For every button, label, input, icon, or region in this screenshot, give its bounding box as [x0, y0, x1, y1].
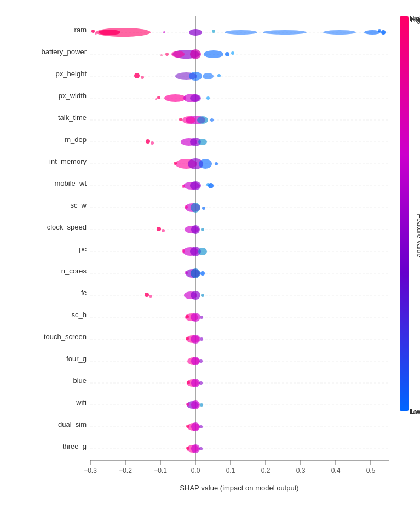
- feature-label-dual_sim: dual_sim: [58, 420, 87, 428]
- feature-label-three_g: three_g: [62, 442, 87, 450]
- svg-point-46: [190, 49, 201, 59]
- svg-point-128: [186, 425, 189, 428]
- svg-point-58: [217, 74, 221, 77]
- svg-point-70: [146, 139, 150, 144]
- svg-point-125: [186, 403, 189, 406]
- svg-point-69: [210, 118, 214, 122]
- svg-point-114: [186, 337, 189, 340]
- svg-point-34: [189, 29, 202, 36]
- feature-label-int_memory: int_memory: [49, 157, 87, 165]
- svg-point-105: [191, 291, 200, 300]
- svg-point-39: [91, 30, 95, 33]
- x-tick-label: 0.0: [191, 467, 200, 474]
- svg-point-121: [199, 381, 203, 385]
- svg-point-84: [182, 185, 185, 188]
- svg-point-133: [199, 447, 203, 450]
- feature-label-px_width: px_width: [59, 91, 87, 100]
- svg-point-74: [198, 139, 207, 145]
- svg-point-36: [263, 30, 307, 35]
- feature-label-four_g: four_g: [66, 354, 87, 363]
- svg-point-52: [171, 51, 185, 58]
- feature-label-blue: blue: [73, 376, 87, 385]
- x-tick-label: −0.2: [119, 467, 132, 474]
- feature-label-sc_w: sc_w: [70, 201, 87, 209]
- svg-point-71: [151, 141, 154, 145]
- feature-label-n_cores: n_cores: [61, 267, 87, 275]
- svg-point-42: [212, 30, 215, 33]
- svg-point-124: [200, 403, 203, 407]
- svg-point-37: [323, 30, 356, 35]
- svg-point-119: [191, 379, 200, 387]
- svg-point-50: [165, 53, 169, 56]
- svg-point-66: [182, 116, 195, 124]
- svg-point-81: [190, 181, 201, 190]
- svg-point-101: [200, 271, 205, 276]
- svg-point-33: [99, 30, 120, 35]
- svg-point-99: [191, 268, 200, 278]
- svg-point-120: [187, 381, 190, 384]
- svg-point-64: [206, 96, 210, 100]
- svg-point-109: [186, 315, 189, 318]
- svg-point-89: [157, 227, 161, 231]
- feature-label-sc_h: sc_h: [72, 311, 87, 319]
- svg-point-51: [160, 54, 163, 56]
- shap-chart: ram battery_power px_height px_width tal…: [0, 0, 420, 515]
- feature-label-pc: pc: [79, 245, 87, 253]
- feature-label-battery_power: battery_power: [42, 48, 87, 56]
- svg-point-132: [186, 447, 189, 450]
- x-tick-label: 0.3: [296, 467, 306, 474]
- svg-point-77: [199, 159, 212, 169]
- svg-point-79: [215, 162, 218, 165]
- svg-point-110: [200, 316, 203, 319]
- svg-point-62: [157, 96, 160, 99]
- svg-point-97: [182, 249, 185, 253]
- svg-point-47: [204, 50, 223, 58]
- svg-point-59: [164, 94, 186, 102]
- feature-label-ram: ram: [74, 26, 87, 34]
- colorbar: [400, 16, 409, 411]
- svg-point-49: [231, 52, 234, 55]
- svg-point-106: [201, 294, 204, 297]
- svg-point-92: [191, 225, 200, 234]
- svg-point-113: [200, 337, 203, 341]
- colorbar-low: Low: [411, 408, 420, 415]
- svg-point-35: [225, 30, 257, 35]
- svg-point-131: [191, 444, 200, 453]
- x-tick-label: 0.1: [226, 467, 235, 474]
- svg-point-44: [378, 29, 381, 32]
- x-tick-label: 0.4: [331, 467, 341, 474]
- svg-point-87: [185, 205, 188, 209]
- svg-point-48: [225, 52, 229, 56]
- svg-point-112: [191, 335, 200, 344]
- svg-point-63: [155, 98, 157, 100]
- svg-point-96: [198, 248, 207, 255]
- svg-point-67: [197, 116, 208, 124]
- x-tick-label: −0.3: [84, 467, 97, 474]
- svg-point-41: [163, 31, 165, 33]
- svg-point-127: [191, 422, 200, 431]
- svg-point-83: [206, 183, 210, 186]
- svg-point-123: [191, 400, 200, 409]
- feature-label-talk_time: talk_time: [58, 113, 87, 122]
- feature-label-m_dep: m_dep: [65, 135, 87, 144]
- feature-label-wifi: wifi: [76, 398, 87, 407]
- svg-point-54: [141, 76, 144, 79]
- svg-point-100: [185, 271, 188, 274]
- svg-point-102: [145, 293, 149, 297]
- feature-label-touch_screen: touch_screen: [44, 333, 87, 341]
- svg-point-90: [162, 229, 165, 232]
- svg-point-129: [199, 425, 203, 428]
- x-tick-label: 0.2: [261, 467, 271, 474]
- feature-label-clock_speed: clock_speed: [47, 223, 87, 231]
- svg-point-88: [202, 207, 205, 210]
- svg-point-57: [203, 73, 214, 79]
- feature-label-mobile_wt: mobile_wt: [54, 179, 87, 187]
- svg-point-68: [179, 118, 182, 121]
- svg-point-61: [190, 94, 201, 102]
- feature-label-px_height: px_height: [56, 70, 87, 78]
- svg-point-93: [201, 228, 204, 231]
- svg-point-53: [134, 73, 140, 78]
- svg-point-56: [189, 72, 202, 81]
- svg-point-43: [381, 30, 386, 35]
- svg-point-40: [95, 32, 97, 35]
